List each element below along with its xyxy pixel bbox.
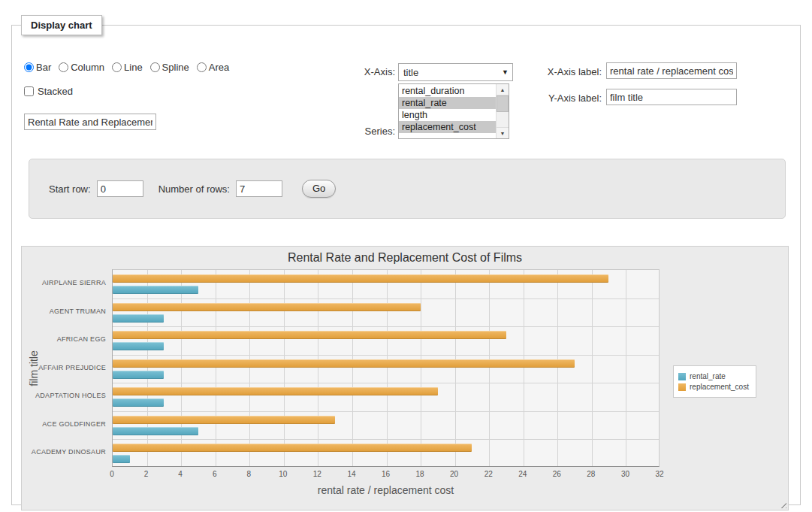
- x-tick-label: 2: [131, 470, 161, 478]
- chart-type-options: BarColumnLineSplineArea: [24, 62, 229, 73]
- chart-type-radio-area[interactable]: [197, 62, 207, 72]
- series-option-length[interactable]: length: [399, 109, 496, 121]
- bar-replacement_cost: [113, 444, 472, 452]
- gridline: [455, 270, 456, 466]
- series-option-rental_duration[interactable]: rental_duration: [399, 85, 496, 97]
- x-axis-label-input[interactable]: [606, 62, 737, 79]
- gridline: [626, 270, 626, 466]
- series-select-label: Series:: [335, 126, 395, 137]
- y-axis-label-input[interactable]: [606, 89, 737, 105]
- chart-type-option-line: Line: [112, 62, 143, 73]
- category-label: ACE GOLDFINGER: [22, 420, 106, 428]
- bar-replacement_cost: [113, 331, 506, 339]
- stacked-option: Stacked: [24, 86, 73, 97]
- gridline: [147, 270, 148, 466]
- chart-title: Rental Rate and Replacement Cost of Film…: [22, 251, 788, 265]
- x-axis-select-label: X-Axis:: [297, 66, 395, 77]
- bar-rental_rate: [113, 286, 198, 294]
- x-tick-label: 18: [405, 470, 435, 478]
- x-tick-label: 6: [200, 470, 230, 478]
- page: Display chart BarColumnLineSplineArea St…: [0, 0, 812, 512]
- y-axis-label-label: Y-Axis label:: [508, 92, 602, 104]
- start-row-label: Start row:: [49, 183, 91, 195]
- x-tick-label: 14: [337, 470, 367, 478]
- go-button[interactable]: Go: [302, 180, 336, 198]
- x-tick-label: 0: [97, 470, 127, 478]
- bar-replacement_cost: [113, 303, 421, 311]
- x-tick-label: 22: [473, 470, 503, 478]
- gridline: [318, 270, 318, 466]
- chart-type-label: Bar: [36, 62, 51, 73]
- x-axis-selected-value: title: [403, 67, 418, 78]
- category-label: AFRICAN EGG: [22, 335, 106, 343]
- x-axis-select[interactable]: title ▼: [398, 63, 513, 81]
- chart-type-label: Column: [71, 62, 104, 73]
- category-label: AGENT TRUMAN: [22, 308, 106, 315]
- gridline: [387, 270, 388, 466]
- chart-type-label: Line: [124, 62, 143, 73]
- gridline: [113, 355, 659, 356]
- bar-rental_rate: [113, 314, 164, 323]
- chart-type-radio-line[interactable]: [112, 62, 122, 72]
- legend-label: replacement_cost: [690, 383, 749, 391]
- legend-item-replacement_cost: replacement_cost: [678, 383, 749, 391]
- x-tick-label: 24: [508, 470, 538, 478]
- resize-handle-icon[interactable]: [778, 500, 786, 508]
- chart-type-option-bar: Bar: [24, 62, 51, 73]
- gridline: [352, 270, 353, 466]
- category-label: AFFAIR PREJUDICE: [22, 364, 106, 371]
- gridline: [489, 270, 490, 466]
- series-option-replacement_cost[interactable]: replacement_cost: [399, 121, 496, 133]
- scroll-up-icon[interactable]: ▲: [497, 84, 509, 95]
- chart-type-option-area: Area: [197, 62, 229, 73]
- gridline: [249, 270, 250, 466]
- x-tick-label: 28: [576, 470, 606, 478]
- gridline: [113, 326, 659, 327]
- chart-type-option-spline: Spline: [150, 62, 189, 73]
- legend-label: rental_rate: [690, 372, 726, 380]
- series-option-rental_rate[interactable]: rental_rate: [399, 97, 496, 109]
- legend-swatch: [678, 383, 686, 391]
- category-label: AIRPLANE SIERRA: [22, 279, 106, 286]
- bar-replacement_cost: [113, 387, 438, 395]
- gridline: [557, 270, 558, 466]
- gridline: [592, 270, 593, 466]
- chart-type-label: Spline: [162, 62, 189, 73]
- x-axis-label-label: X-Axis label:: [508, 66, 602, 77]
- chart-type-label: Area: [209, 62, 229, 73]
- bar-rental_rate: [113, 371, 164, 379]
- legend-item-rental_rate: rental_rate: [678, 372, 749, 380]
- gridline: [284, 270, 285, 466]
- series-listbox[interactable]: rental_durationrental_ratelengthreplacem…: [398, 83, 509, 139]
- stacked-label: Stacked: [38, 86, 73, 97]
- start-row-input[interactable]: [97, 180, 143, 197]
- gridline: [113, 411, 659, 412]
- number-of-rows-label: Number of rows:: [158, 183, 230, 195]
- stacked-checkbox[interactable]: [24, 86, 34, 96]
- row-controls-panel: Start row: Number of rows: Go: [29, 159, 786, 219]
- gridline: [113, 383, 659, 383]
- number-of-rows-input[interactable]: [236, 180, 282, 197]
- x-tick-label: 20: [439, 470, 469, 478]
- series-options: rental_durationrental_ratelengthreplacem…: [399, 85, 496, 133]
- display-chart-panel: Display chart BarColumnLineSplineArea St…: [11, 15, 801, 505]
- chart-type-radio-bar[interactable]: [24, 62, 34, 72]
- scrollbar-thumb[interactable]: [497, 95, 509, 112]
- bar-replacement_cost: [113, 416, 335, 424]
- chart-type-radio-column[interactable]: [59, 62, 68, 72]
- scroll-down-icon[interactable]: ▼: [497, 127, 509, 138]
- x-tick-label: 12: [302, 470, 332, 478]
- chart-type-radio-spline[interactable]: [150, 62, 160, 72]
- gridline: [216, 270, 216, 466]
- bar-rental_rate: [113, 398, 164, 407]
- gridline: [113, 298, 659, 299]
- plot-area: [112, 269, 660, 467]
- chart-title-input[interactable]: [24, 114, 156, 130]
- legend-swatch: [678, 373, 686, 380]
- scrollbar[interactable]: ▲ ▼: [496, 84, 509, 138]
- chart-legend: rental_ratereplacement_cost: [673, 365, 756, 398]
- bar-replacement_cost: [113, 359, 575, 368]
- bar-rental_rate: [113, 342, 164, 350]
- x-tick-label: 16: [371, 470, 401, 478]
- chart: Rental Rate and Replacement Cost of Film…: [21, 246, 789, 510]
